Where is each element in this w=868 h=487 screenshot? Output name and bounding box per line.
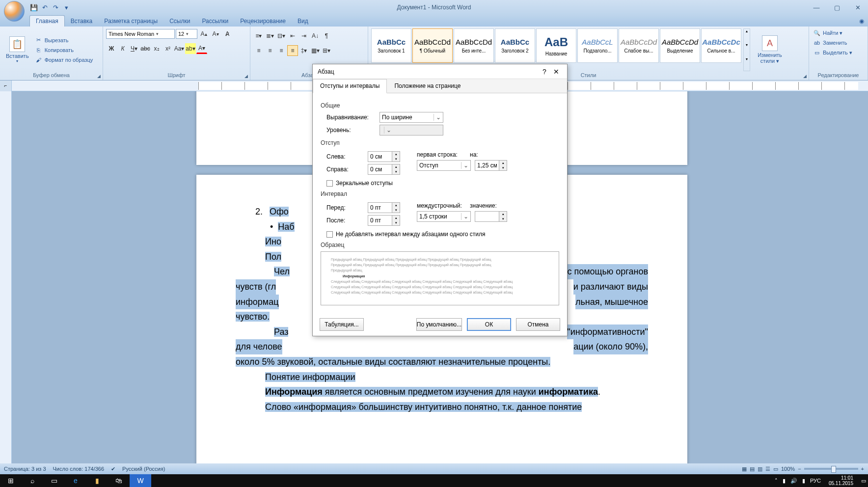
view-read-icon[interactable]: ▤: [750, 466, 755, 472]
search-icon[interactable]: ⌕: [22, 474, 43, 487]
gallery-up-icon[interactable]: ▴: [744, 29, 750, 43]
font-launcher[interactable]: ◢: [243, 73, 249, 79]
tray-chevron-icon[interactable]: ˄: [775, 478, 778, 484]
paste-button[interactable]: 📋 Вставить ▾: [3, 28, 32, 71]
word-taskbar-icon[interactable]: W: [130, 474, 151, 487]
status-page[interactable]: Страница: 3 из 3: [4, 466, 46, 472]
style-item[interactable]: AaBbCcDdСлабое вы...: [619, 28, 659, 63]
tab-review[interactable]: Рецензирование: [234, 16, 292, 27]
format-painter-button[interactable]: 🖌Формат по образцу: [34, 55, 94, 64]
align-right-button[interactable]: ≡: [276, 45, 287, 56]
select-button[interactable]: ▭Выделить ▾: [812, 48, 853, 57]
redo-icon[interactable]: ↷: [51, 3, 60, 12]
default-button[interactable]: По умолчанию...: [416, 318, 462, 331]
style-item[interactable]: AaBbCcЗаголовок 1: [371, 28, 411, 63]
strike-button[interactable]: abc: [140, 43, 151, 54]
indent-right-input[interactable]: ▴▾: [368, 164, 402, 175]
save-icon[interactable]: 💾: [29, 3, 38, 12]
zoom-slider[interactable]: [804, 468, 858, 470]
help-icon[interactable]: ◉: [855, 16, 868, 27]
minimize-button[interactable]: —: [806, 1, 827, 13]
style-item[interactable]: AaBbCcЗаголовок 2: [495, 28, 535, 63]
tray-clock[interactable]: 11:01 05.11.2015: [826, 475, 856, 486]
edge-icon[interactable]: e: [65, 474, 86, 487]
alignment-select[interactable]: По ширине: [380, 112, 443, 123]
numbering-button[interactable]: ≣▾: [265, 30, 275, 41]
status-words[interactable]: Число слов: 174/366: [53, 466, 105, 472]
bullets-button[interactable]: ≡▾: [253, 30, 264, 41]
grow-font-button[interactable]: A▴: [198, 28, 209, 39]
tab-view[interactable]: Вид: [292, 16, 314, 27]
font-color-button[interactable]: A▾: [196, 43, 207, 54]
tray-notifications-icon[interactable]: ▭: [861, 478, 866, 484]
tray-volume-icon[interactable]: 🔊: [790, 478, 797, 484]
shading-button[interactable]: ▦▾: [310, 45, 321, 56]
find-button[interactable]: 🔍Найти ▾: [812, 28, 853, 37]
multilevel-button[interactable]: ⊟▾: [276, 30, 287, 41]
replace-button[interactable]: abЗаменить: [812, 38, 853, 47]
dialog-close-button[interactable]: ✕: [550, 68, 562, 76]
borders-button[interactable]: ⊞▾: [321, 45, 332, 56]
align-left-button[interactable]: ≡: [253, 45, 264, 56]
clear-formatting-button[interactable]: A̷: [222, 28, 233, 39]
italic-button[interactable]: К: [117, 43, 128, 54]
shrink-font-button[interactable]: A▾: [210, 28, 221, 39]
store-icon[interactable]: 🛍: [108, 474, 130, 487]
tab-insert[interactable]: Вставка: [65, 16, 99, 27]
change-case-button[interactable]: Aa▾: [174, 43, 185, 54]
decrease-indent-button[interactable]: ⇤: [287, 30, 298, 41]
zoom-level[interactable]: 100%: [781, 466, 795, 472]
highlight-button[interactable]: ab▾: [185, 43, 196, 54]
start-button[interactable]: ⊞: [0, 474, 22, 487]
explorer-icon[interactable]: ▮: [86, 474, 108, 487]
firstline-select[interactable]: Отступ: [417, 160, 471, 171]
tray-battery-icon[interactable]: ▮: [783, 478, 786, 484]
align-center-button[interactable]: ≡: [265, 45, 275, 56]
mirror-indents-checkbox[interactable]: Зеркальные отступы: [326, 180, 559, 187]
no-same-spacing-checkbox[interactable]: Не добавлять интервал между абзацами одн…: [326, 231, 559, 238]
view-draft-icon[interactable]: ▭: [773, 466, 778, 472]
view-outline-icon[interactable]: ☰: [765, 466, 770, 472]
style-item[interactable]: AaBbCcDdБез инте...: [454, 28, 494, 63]
font-size-combo[interactable]: 12: [176, 29, 197, 39]
vertical-ruler[interactable]: [0, 91, 12, 463]
style-item[interactable]: AaBbCcLПодзаголо...: [577, 28, 618, 63]
indent-left-input[interactable]: ▴▾: [368, 151, 402, 162]
change-styles-button[interactable]: A Изменить стили ▾: [752, 28, 787, 71]
styles-launcher[interactable]: ◢: [802, 73, 808, 79]
firstline-by-input[interactable]: ▴▾: [475, 160, 509, 171]
zoom-out-button[interactable]: −: [798, 466, 801, 472]
style-item[interactable]: AaBbCcDcСильное в...: [701, 28, 741, 63]
dialog-help-button[interactable]: ?: [539, 68, 550, 76]
show-marks-button[interactable]: ¶: [321, 30, 332, 41]
style-item[interactable]: AaBНазвание: [536, 28, 576, 63]
line-spacing-button[interactable]: ‡▾: [298, 45, 309, 56]
linespacing-at-input[interactable]: ▴▾: [475, 211, 509, 222]
level-select[interactable]: [380, 125, 443, 135]
style-item[interactable]: AaBbCcDdВыделение: [660, 28, 700, 63]
office-button[interactable]: [4, 1, 25, 22]
status-language[interactable]: Русский (Россия): [122, 466, 165, 472]
dialog-tab-indents[interactable]: Отступы и интервалы: [313, 79, 387, 93]
zoom-in-button[interactable]: +: [861, 466, 864, 472]
undo-icon[interactable]: ↶: [40, 3, 49, 12]
cut-button[interactable]: ✂Вырезать: [34, 36, 94, 45]
spacing-before-input[interactable]: ▴▾: [368, 202, 402, 213]
gallery-more-icon[interactable]: ▾: [744, 57, 750, 71]
ruler-corner[interactable]: ⌐: [0, 81, 12, 91]
clipboard-launcher[interactable]: ◢: [96, 73, 102, 79]
styles-gallery[interactable]: AaBbCcЗаголовок 1AaBbCcDd¶ ОбычныйAaBbCc…: [371, 28, 741, 63]
sort-button[interactable]: A↓: [310, 30, 321, 41]
gallery-down-icon[interactable]: ▾: [744, 43, 750, 56]
subscript-button[interactable]: x₂: [151, 43, 162, 54]
tab-pagelayout[interactable]: Разметка страницы: [98, 16, 163, 27]
bold-button[interactable]: Ж: [106, 43, 117, 54]
superscript-button[interactable]: x²: [163, 43, 173, 54]
cancel-button[interactable]: Отмена: [516, 318, 560, 331]
copy-button[interactable]: ⎘Копировать: [34, 46, 94, 54]
linespacing-select[interactable]: 1,5 строки: [417, 211, 471, 222]
tray-network-icon[interactable]: ▮: [802, 478, 805, 484]
tab-references[interactable]: Ссылки: [163, 16, 196, 27]
tab-mailings[interactable]: Рассылки: [196, 16, 234, 27]
close-button[interactable]: ✕: [847, 1, 868, 13]
